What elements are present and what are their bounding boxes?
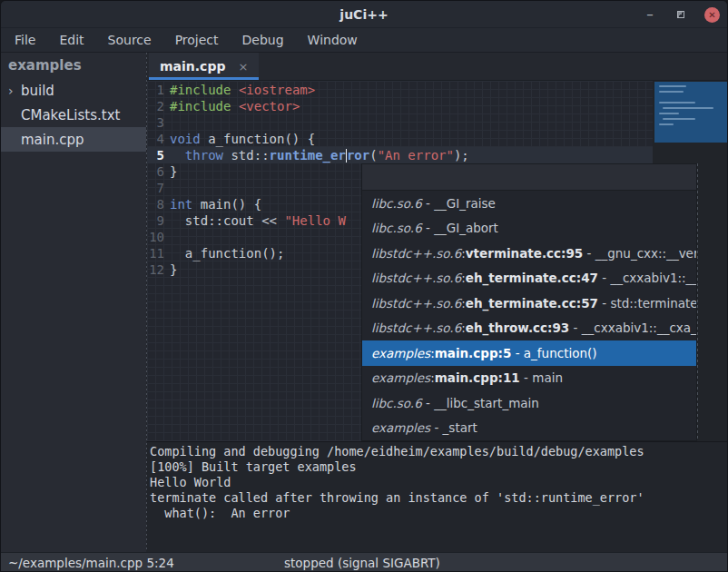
line-number: 2: [147, 98, 168, 114]
popup-scrollbar[interactable]: [697, 163, 698, 440]
tree-item-build[interactable]: › build: [1, 78, 146, 103]
file-location: eh_terminate.cc:57: [466, 296, 598, 311]
separator: -: [511, 346, 523, 360]
module-name: examples: [371, 346, 430, 360]
backtrace-item[interactable]: libstdc++.so.6:eh_throw.cc:93 - __cxxabi…: [362, 316, 696, 341]
titlebar[interactable]: juCi++ – ✕: [1, 1, 727, 28]
mini-code-line: [659, 113, 679, 114]
function-name: _start: [443, 420, 477, 435]
backtrace-item[interactable]: examples:main.cpp:11 - main: [362, 366, 696, 391]
tab-label: main.cpp: [160, 59, 225, 74]
window-controls: – ✕: [643, 1, 720, 28]
menu-window[interactable]: Window: [296, 28, 369, 52]
code-token: "Hello W: [284, 213, 345, 228]
code-token: );: [454, 148, 469, 163]
module-name: libc.so.6: [371, 396, 422, 410]
function-name: __gnu_cxx::__verbose_terminate_handler(): [595, 246, 696, 261]
terminal-line: [100%] Built target examples: [150, 459, 728, 475]
separator: -: [422, 221, 434, 235]
menu-project[interactable]: Project: [163, 28, 231, 52]
line-number: 12: [147, 261, 168, 278]
mini-code-line: [659, 91, 684, 93]
backtrace-popup: libc.so.6 - __GI_raise libc.so.6 - __GI_…: [361, 163, 700, 441]
code-token: [231, 83, 238, 97]
terminal-line: Compiling and debugging /home/eidheim/ex…: [150, 444, 728, 459]
code-token: #include: [170, 99, 231, 113]
module-name: examples: [371, 370, 430, 385]
debug-status: stopped (signal SIGABRT): [284, 556, 440, 570]
code-token: [170, 148, 185, 163]
code-token: (: [369, 148, 377, 163]
tab-close-icon[interactable]: ×: [238, 60, 248, 74]
code-token: }: [170, 164, 177, 179]
minimize-button[interactable]: –: [643, 10, 657, 19]
line-number: 9: [147, 212, 168, 229]
code-token: std::cout <<: [170, 213, 284, 228]
popup-header: [361, 163, 697, 191]
code-token: [231, 99, 238, 113]
tabbar: main.cpp ×: [147, 53, 728, 81]
menu-debug[interactable]: Debug: [231, 28, 296, 52]
app-window: juCi++ – ✕ File Edit Source Project Debu…: [0, 0, 728, 572]
separator: -: [430, 420, 442, 435]
terminal-line: terminate called after throwing an insta…: [150, 490, 728, 506]
file-location: eh_terminate.cc:47: [466, 271, 598, 285]
file-location: eh_throw.cc:93: [466, 321, 569, 335]
line-number: 3: [147, 114, 168, 131]
code-token: int: [170, 197, 192, 212]
function-name: std::terminate(): [610, 296, 696, 311]
menu-edit[interactable]: Edit: [47, 28, 95, 52]
tab-maincpp[interactable]: main.cpp ×: [149, 53, 259, 80]
function-name: __GI_abort: [434, 221, 498, 235]
code-line-current: 5 throw std::runtime_error("An error");: [147, 147, 653, 163]
backtrace-item[interactable]: examples - _start: [362, 416, 696, 441]
code-token: <vector>: [239, 99, 300, 113]
backtrace-item[interactable]: libc.so.6 - __GI_raise: [362, 191, 696, 216]
line-number: 11: [147, 245, 168, 261]
function-name: __libc_start_main: [434, 396, 539, 410]
backtrace-list: libc.so.6 - __GI_raise libc.so.6 - __GI_…: [361, 191, 697, 441]
function-name: __GI_raise: [434, 196, 496, 211]
module-name: libstdc++.so.6: [371, 321, 461, 335]
separator: -: [422, 396, 434, 410]
file-location: main.cpp:5: [435, 346, 512, 360]
code-token: }: [170, 262, 177, 277]
tree-item-cmakelists[interactable]: CMakeLists.txt: [1, 103, 146, 127]
function-name: __cxxabiv1::__cxa_throw: [582, 321, 696, 335]
backtrace-item[interactable]: libstdc++.so.6:eh_terminate.cc:47 - __cx…: [362, 266, 696, 291]
backtrace-item[interactable]: libc.so.6 - __GI_abort: [362, 216, 696, 242]
backtrace-item[interactable]: libstdc++.so.6:eh_terminate.cc:57 - std:…: [362, 291, 696, 316]
backtrace-item-selected[interactable]: examples:main.cpp:5 - a_function(): [362, 340, 696, 366]
terminal-line: Hello World: [150, 475, 728, 490]
module-name: libstdc++.so.6: [371, 271, 461, 285]
function-name: __cxxabiv1::__terminate(void (*)()): [610, 271, 696, 285]
restore-button[interactable]: [674, 7, 688, 22]
code-token: void: [170, 132, 201, 146]
function-name: a_function(): [524, 346, 597, 360]
chevron-right-icon[interactable]: ›: [8, 84, 21, 98]
tree-item-label: main.cpp: [21, 132, 84, 148]
menu-source[interactable]: Source: [96, 28, 163, 52]
file-location: main.cpp:11: [435, 370, 520, 385]
terminal-output[interactable]: Compiling and debugging /home/eidheim/ex…: [147, 441, 728, 552]
code-token: ror: [347, 148, 369, 163]
menu-file[interactable]: File: [3, 28, 47, 52]
window-title: juCi++: [339, 7, 388, 22]
separator: -: [598, 271, 610, 285]
line-number: 6: [147, 163, 168, 180]
mini-code-line: [659, 85, 686, 87]
restore-icon: [677, 11, 684, 18]
module-name: libc.so.6: [371, 221, 422, 235]
module-name: examples: [371, 420, 430, 435]
code-line: 1 #include <iostream>: [147, 82, 653, 98]
backtrace-item[interactable]: libc.so.6 - __libc_start_main: [362, 390, 696, 416]
close-button[interactable]: ✕: [704, 7, 720, 23]
module-name: libstdc++.so.6: [371, 246, 461, 261]
tree-item-maincpp[interactable]: main.cpp: [1, 127, 146, 152]
code-token: throw: [185, 148, 223, 163]
module-name: libc.so.6: [371, 196, 422, 211]
line-number: 10: [147, 229, 168, 245]
backtrace-item[interactable]: libstdc++.so.6:vterminate.cc:95 - __gnu_…: [362, 241, 696, 266]
separator: -: [583, 246, 595, 261]
menubar: File Edit Source Project Debug Window: [1, 28, 727, 53]
